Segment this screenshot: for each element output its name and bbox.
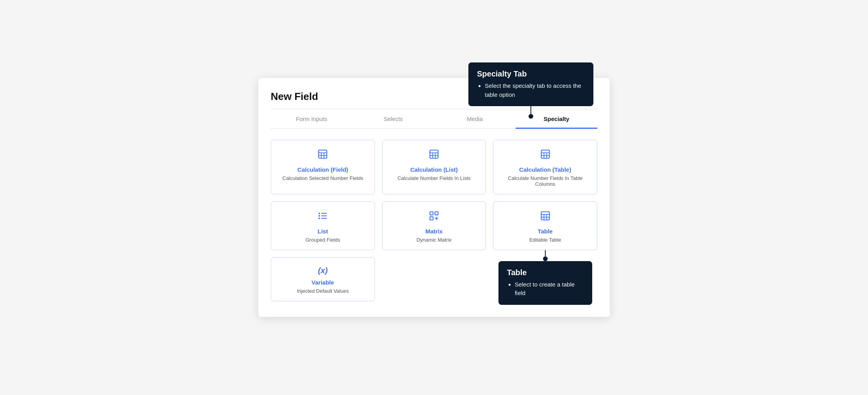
svg-rect-15 — [319, 213, 320, 214]
calculation-list-desc: Calculate Number Fields In Lists — [397, 175, 470, 181]
specialty-connector-dot — [529, 114, 533, 119]
table-connector-dot — [543, 256, 548, 261]
list-title: List — [318, 228, 328, 235]
specialty-tooltip-list: Select the specialty tab to access the t… — [477, 82, 585, 99]
svg-rect-22 — [435, 212, 438, 215]
svg-rect-23 — [430, 217, 433, 220]
variable-desc: Injected Default Values — [297, 288, 349, 294]
table-tooltip-title: Table — [507, 268, 584, 277]
list-desc: Grouped Fields — [305, 237, 340, 243]
calculation-list-icon — [429, 149, 439, 162]
specialty-tooltip-title: Specialty Tab — [477, 69, 585, 78]
svg-rect-21 — [430, 212, 433, 215]
variable-icon: (x) — [318, 266, 327, 275]
svg-rect-0 — [319, 150, 327, 158]
variable-title: Variable — [312, 279, 334, 286]
table-connector-line — [545, 250, 546, 256]
svg-rect-19 — [319, 217, 320, 219]
table-tooltip-list: Select to create a table field — [507, 280, 584, 298]
table-tooltip-container: Table Select to create a table field — [498, 250, 592, 305]
table-tooltip-bullet: Select to create a table field — [515, 280, 584, 298]
card-table[interactable]: Table Editable Table — [493, 201, 597, 250]
table-tooltip: Table Select to create a table field — [498, 261, 592, 305]
card-matrix[interactable]: Matrix Dynamic Matrix — [382, 201, 486, 250]
card-variable[interactable]: (x) Variable Injected Default Values — [271, 257, 375, 301]
tab-selects[interactable]: Selects — [352, 109, 434, 129]
modal: New Field × Specialty Tab Select the spe… — [258, 78, 610, 317]
matrix-title: Matrix — [425, 228, 443, 235]
svg-rect-5 — [430, 150, 438, 158]
svg-rect-17 — [319, 215, 320, 217]
calculation-list-title: Calculation (List) — [410, 166, 458, 173]
specialty-tooltip-wrapper: Specialty Tab Select the specialty tab t… — [468, 62, 593, 119]
matrix-icon — [429, 210, 439, 224]
specialty-connector-line — [530, 106, 531, 114]
table-icon — [540, 210, 551, 224]
card-calculation-field[interactable]: Calculation (Field) Calculation Selected… — [271, 140, 375, 194]
table-card-container: Table Editable Table Table Select to cre… — [493, 201, 597, 250]
cards-grid: Calculation (Field) Calculation Selected… — [271, 140, 597, 301]
specialty-tooltip: Specialty Tab Select the specialty tab t… — [468, 62, 593, 106]
matrix-desc: Dynamic Matrix — [416, 237, 452, 243]
card-calculation-table[interactable]: Calculation (Table) Calculate Number Fie… — [493, 140, 597, 194]
calculation-field-title: Calculation (Field) — [297, 166, 348, 173]
table-desc: Editable Table — [529, 237, 561, 243]
calculation-table-title: Calculation (Table) — [519, 166, 571, 173]
calculation-field-desc: Calculation Selected Number Fields — [282, 175, 363, 181]
svg-rect-26 — [541, 212, 549, 220]
empty-cell-1 — [382, 257, 486, 301]
tab-form-inputs[interactable]: Form Inputs — [271, 109, 352, 129]
calculation-table-icon — [540, 149, 551, 162]
card-calculation-list[interactable]: Calculation (List) Calculate Number Fiel… — [382, 140, 486, 194]
modal-title: New Field — [271, 91, 318, 103]
list-icon — [317, 210, 328, 224]
table-title: Table — [538, 228, 553, 235]
svg-rect-10 — [541, 150, 549, 158]
calculation-table-desc: Calculate Number Fields In Table Columns — [500, 175, 591, 187]
calculation-field-icon — [317, 149, 328, 162]
specialty-tooltip-bullet: Select the specialty tab to access the t… — [485, 82, 585, 99]
card-list[interactable]: List Grouped Fields — [271, 201, 375, 250]
